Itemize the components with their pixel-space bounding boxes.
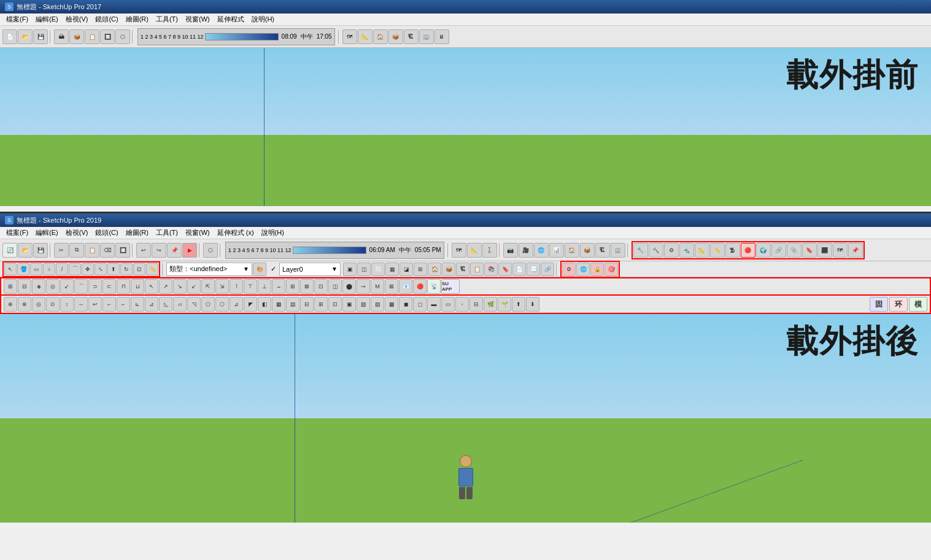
tb-erase-2019[interactable]: ⌫ [100, 243, 115, 258]
type-icon-btn[interactable]: 🎨 [253, 263, 266, 276]
plugin-btn7[interactable]: 🗜 [725, 243, 740, 258]
plugin-row-btn4[interactable]: ◎ [46, 279, 60, 294]
style-btn1[interactable]: ▣ [343, 263, 357, 276]
tool-select-sm[interactable]: ↖ [4, 263, 17, 275]
tool-move-sm[interactable]: ✥ [82, 263, 94, 275]
su-app-btn[interactable]: SU APP [441, 279, 460, 294]
style-btn13[interactable]: 📄 [512, 263, 526, 276]
tb-scene2-2019[interactable]: 🎥 [519, 243, 533, 258]
layer-dropdown-arrow[interactable]: ▼ [331, 266, 338, 272]
tb-icon4-2019[interactable]: ⬡ [203, 243, 218, 258]
style-btn3[interactable]: ⬜ [371, 263, 385, 276]
tool-arc-sm[interactable]: ⌒ [69, 263, 81, 275]
plugin2-btn28[interactable]: ▩ [385, 297, 398, 312]
style-btn11[interactable]: 📚 [484, 263, 498, 276]
plugin-row-btn10[interactable]: ⊔ [131, 279, 144, 294]
tb-cut-2019[interactable]: ✂ [54, 243, 69, 258]
tb-scene5-2019[interactable]: 🏠 [565, 243, 579, 258]
menu-edit-2017[interactable]: 編輯(E) [32, 13, 62, 25]
tool-circ-sm[interactable]: ○ [43, 263, 55, 275]
menu-edit-2019[interactable]: 編輯(E) [32, 227, 62, 239]
plugin-row-btn11[interactable]: ↖ [145, 279, 158, 294]
tb-icon1-2017[interactable]: 🏔 [54, 29, 69, 44]
plugin2-btn24[interactable]: ⊡ [328, 297, 342, 312]
cam-btn4[interactable]: 🎯 [605, 263, 618, 276]
tb-geo-2019[interactable]: 🗺 [452, 243, 466, 258]
menu-draw-2017[interactable]: 繪圖(R) [122, 13, 152, 25]
plugin2-btn16[interactable]: ⬡ [215, 297, 229, 312]
type-dropdown-arrow[interactable]: ▼ [243, 266, 249, 272]
menu-help-2017[interactable]: 說明(H) [248, 13, 278, 25]
plugin-row-btn31[interactable]: 📡 [427, 279, 441, 294]
tb-scene7-2019[interactable]: 🏗 [595, 243, 610, 258]
tb-open-2019[interactable]: 📂 [18, 243, 33, 258]
plugin2-btn4[interactable]: ⊙ [46, 297, 60, 312]
tb-nav7-2017[interactable]: 🖥 [435, 29, 449, 44]
plugin-row-btn29[interactable]: 📧 [399, 279, 412, 294]
plugin-row-btn3[interactable]: ◈ [32, 279, 45, 294]
style-btn14[interactable]: 📃 [527, 263, 540, 276]
plugin-btn3[interactable]: ⚙ [664, 243, 679, 258]
tb-save-2019[interactable]: 💾 [33, 243, 48, 258]
tb-scene8-2019[interactable]: 🏢 [611, 243, 625, 258]
plugin-row-btn1[interactable]: ⊞ [4, 279, 17, 294]
menu-window-2017[interactable]: 視窗(W) [182, 13, 214, 25]
style-btn8[interactable]: 📦 [442, 263, 455, 276]
cjk-btn-mo[interactable]: 模 [909, 297, 927, 312]
tool-rect-sm[interactable]: ▭ [30, 263, 42, 275]
tb-icon5-2017[interactable]: ⬡ [115, 29, 130, 44]
plugin2-btn7[interactable]: ↩ [88, 297, 102, 312]
tb-scene4-2019[interactable]: 📊 [549, 243, 564, 258]
plugin2-btn14[interactable]: ◹ [187, 297, 201, 312]
tb-icon3-2019[interactable]: ▶ [182, 243, 197, 258]
plugin2-btn3[interactable]: ◎ [32, 297, 45, 312]
style-btn10[interactable]: 📋 [470, 263, 484, 276]
tb-new-2017[interactable]: 📄 [2, 29, 17, 44]
tb-scene3-2019[interactable]: 🌐 [534, 243, 549, 258]
menu-extensions-2017[interactable]: 延伸程式 [214, 13, 248, 25]
type-selector-2019[interactable]: 類型：<undefined> ▼ [166, 263, 252, 276]
tb-people-2019[interactable]: 🚶 [482, 243, 497, 258]
plugin-row-btn9[interactable]: ⊓ [117, 279, 130, 294]
tool-rotate-sm[interactable]: ↻ [120, 263, 133, 275]
tb-scene6-2019[interactable]: 📦 [580, 243, 595, 258]
tb-icon3-2017[interactable]: 📋 [85, 29, 99, 44]
plugin-btn5[interactable]: 📐 [695, 243, 709, 258]
tb-new-2019[interactable]: 🔄 [2, 243, 17, 258]
tool-push-sm[interactable]: ⬆ [107, 263, 120, 275]
menu-help-2019[interactable]: 說明(H) [258, 227, 288, 239]
plugin-row-btn8[interactable]: ⊂ [102, 279, 116, 294]
cam-btn2[interactable]: 🌐 [576, 263, 590, 276]
tb-undo-2019[interactable]: ↩ [136, 243, 151, 258]
tool-paint-sm[interactable]: 🪣 [17, 263, 29, 275]
plugin-row-btn15[interactable]: ⇱ [201, 279, 215, 294]
plugin2-btn35[interactable]: 🌿 [484, 297, 497, 312]
plugin-row-btn28[interactable]: ⊠ [385, 279, 398, 294]
tb-icon2-2017[interactable]: 📦 [69, 29, 84, 44]
plugin-row-btn26[interactable]: ⊸ [357, 279, 370, 294]
plugin-btn13[interactable]: ⬛ [817, 243, 832, 258]
plugin2-btn2[interactable]: ⊗ [18, 297, 31, 312]
tool-tape-sm[interactable]: 📏 [146, 263, 158, 275]
style-btn4[interactable]: ▦ [385, 263, 399, 276]
plugin2-btn15[interactable]: ⬠ [201, 297, 215, 312]
plugin2-btn38[interactable]: ⬇ [526, 297, 539, 312]
plugin-row-btn17[interactable]: ⊺ [230, 279, 243, 294]
plugin-btn4[interactable]: 🔩 [679, 243, 694, 258]
cjk-btn-gu[interactable]: 固 [870, 297, 888, 312]
tb-nav1-2017[interactable]: 🗺 [342, 29, 357, 44]
plugin-row-btn7[interactable]: ⊃ [88, 279, 102, 294]
plugin2-btn31[interactable]: ▬ [427, 297, 441, 312]
plugin-row-btn23[interactable]: ⊡ [314, 279, 328, 294]
plugin2-btn20[interactable]: ▦ [272, 297, 285, 312]
tool-scale-sm[interactable]: ⤡ [95, 263, 107, 275]
tool-offset-sm[interactable]: ⊡ [133, 263, 145, 275]
plugin-btn6[interactable]: 📏 [710, 243, 725, 258]
tb-nav4-2017[interactable]: 📦 [388, 29, 403, 44]
plugin2-btn33[interactable]: ◦ [455, 297, 469, 312]
layer-selector-2019[interactable]: Layer0 ▼ [279, 263, 341, 276]
plugin2-btn37[interactable]: ⬆ [512, 297, 525, 312]
plugin-row-btn12[interactable]: ↗ [159, 279, 172, 294]
style-btn12[interactable]: 🔖 [498, 263, 512, 276]
menu-camera-2017[interactable]: 鏡頭(C) [91, 13, 122, 25]
